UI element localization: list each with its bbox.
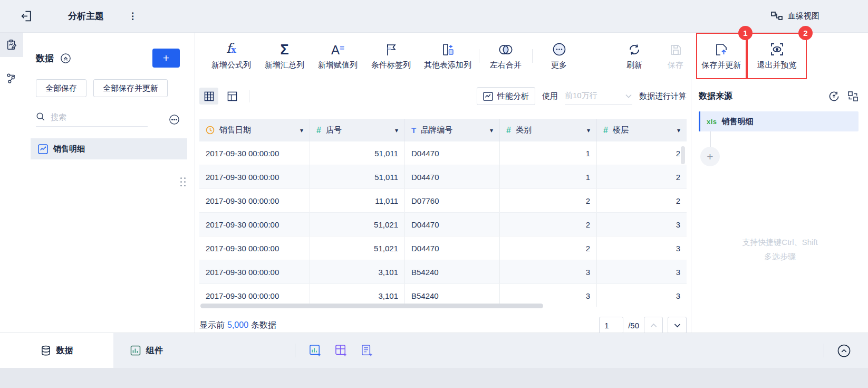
column-menu-icon[interactable]: ▾ (300, 127, 303, 134)
data-table: 销售日期 ▾ # 店号 ▾ T 品牌编号 ▾ # 类别 ▾ # 楼层 ▾ 201… (199, 119, 687, 307)
database-icon (41, 345, 51, 356)
add-data-button[interactable]: + (152, 49, 180, 68)
bottom-divider (295, 344, 295, 357)
add-column-from-table-button[interactable]: 其他表添加列 (418, 33, 478, 79)
search-input[interactable] (51, 112, 130, 121)
left-icon-rail (0, 33, 23, 333)
more-button[interactable]: 更多 (534, 33, 584, 79)
table-row[interactable]: 2017-09-30 00:00:0051,011 D044701 2 (199, 165, 687, 189)
dataset-item-sales-detail[interactable]: 销售明细 (31, 138, 187, 159)
text-t-icon: T (411, 126, 416, 135)
number-hash-icon: # (316, 126, 321, 135)
table-row[interactable]: 2017-09-30 00:00:0051,011 D044701 2 (199, 141, 687, 165)
column-menu-icon[interactable]: ▾ (490, 127, 493, 134)
data-panel-title: 数据 (36, 52, 54, 64)
add-summary-column-button[interactable]: Σ 新增汇总列 (258, 33, 311, 79)
add-step-button[interactable]: + (700, 147, 720, 166)
page-down-button[interactable] (668, 317, 687, 334)
table-row[interactable]: 2017-09-30 00:00:003,101 B542403 3 (199, 260, 687, 284)
save-all-update-button[interactable]: 全部保存并更新 (93, 79, 168, 97)
number-hash-icon: # (506, 126, 511, 135)
column-header-store-no[interactable]: # 店号 ▾ (310, 119, 405, 141)
dataset-item-label: 销售明细 (53, 144, 85, 154)
toolbar-divider (532, 49, 533, 63)
column-header-sale-date[interactable]: 销售日期 ▾ (199, 119, 310, 141)
top-bar: 分析主题 ⋮ 血缘视图 (0, 0, 868, 33)
search-more-icon[interactable] (169, 114, 180, 125)
table-row[interactable]: 2017-09-30 00:00:0051,021 D044702 3 (199, 236, 687, 260)
performance-label: 性能分析 (497, 91, 529, 101)
preview-icon (770, 42, 784, 56)
condition-tag-column-button[interactable]: 条件标签列 (364, 33, 418, 79)
column-menu-icon[interactable]: ▾ (677, 127, 680, 134)
horizontal-scrollbar-thumb[interactable] (200, 304, 543, 308)
exit-and-preview-button[interactable]: 2 退出并预览 (747, 33, 807, 79)
multi-select-hint: 支持快捷键Ctrl、Shift 多选步骤 (691, 235, 868, 263)
use-label: 使用 (542, 91, 558, 101)
venn-icon (498, 42, 514, 56)
exit-icon[interactable] (20, 10, 33, 23)
column-header-category[interactable]: # 类别 ▾ (500, 119, 597, 141)
column-menu-icon[interactable]: ▾ (395, 127, 398, 134)
component-chart-icon (130, 345, 141, 356)
add-dashboard-icon[interactable] (335, 344, 348, 357)
tab-component-label: 组件 (146, 345, 163, 356)
rail-flow-icon[interactable] (0, 67, 23, 91)
sigma-icon: Σ (280, 42, 288, 56)
tab-data-label: 数据 (56, 345, 73, 356)
rows-shown-suffix: 条数据 (251, 320, 276, 331)
data-panel: 数据 + 全部保存 全部保存并更新 销售明细 (23, 33, 195, 333)
add-formula-column-button[interactable]: fx 新增公式列 (205, 33, 258, 79)
step-badge-1: 1 (738, 26, 753, 40)
rail-analysis-icon[interactable] (0, 33, 23, 57)
save-all-button[interactable]: 全部保存 (36, 79, 86, 97)
add-report-icon[interactable] (361, 344, 374, 357)
layout-view-toggle[interactable] (223, 88, 242, 105)
grid-view-toggle[interactable] (199, 88, 218, 105)
reset-history-icon[interactable] (828, 91, 840, 102)
datasource-step-label: 销售明细 (722, 117, 754, 127)
column-header-floor[interactable]: # 楼层 ▾ (597, 119, 687, 141)
table-row[interactable]: 2017-09-30 00:00:0051,021 D044702 3 (199, 213, 687, 236)
save-and-update-button[interactable]: 1 保存并更新 (696, 33, 747, 79)
lineage-view-button[interactable]: 血缘视图 (770, 11, 819, 22)
table-footer: 显示前 5,000 条数据 /50 (199, 316, 687, 335)
page-number-input[interactable] (599, 317, 623, 334)
datasource-step-sales-detail[interactable]: xls 销售明细 (699, 111, 859, 131)
column-header-brand-code[interactable]: T 品牌编号 ▾ (405, 119, 500, 141)
date-clock-icon (206, 126, 215, 135)
refresh-button[interactable]: 刷新 (614, 33, 655, 79)
fx-icon: fx (226, 42, 236, 56)
rows-shown-count: 5,000 (227, 320, 248, 330)
performance-analysis-button[interactable]: 性能分析 (477, 87, 535, 105)
collapse-bottom-icon[interactable] (837, 344, 851, 358)
calc-label: 数据进行计算 (639, 91, 687, 101)
lineage-view-label: 血缘视图 (788, 11, 819, 21)
column-menu-icon[interactable]: ▾ (587, 127, 590, 134)
search-field[interactable] (36, 112, 148, 127)
toolbar-divider (479, 49, 479, 63)
bottom-divider (824, 344, 824, 357)
save-update-icon (715, 42, 728, 56)
save-button: 保存 (655, 33, 696, 79)
swap-branch-icon[interactable] (847, 91, 859, 102)
title-menu-icon[interactable]: ⋮ (128, 11, 137, 22)
tab-component[interactable]: 组件 (113, 333, 163, 368)
add-assign-column-button[interactable]: A= 新增赋值列 (311, 33, 364, 79)
search-icon (36, 112, 45, 121)
row-limit-dropdown[interactable]: 前10万行 (565, 88, 632, 105)
page-title: 分析主题 (68, 10, 104, 22)
panel-resize-handle[interactable] (180, 177, 188, 191)
join-merge-button[interactable]: 左右合并 (480, 33, 531, 79)
step-badge-2: 2 (798, 26, 813, 40)
tab-data[interactable]: 数据 (0, 333, 113, 368)
table-header-row: 销售日期 ▾ # 店号 ▾ T 品牌编号 ▾ # 类别 ▾ # 楼层 ▾ (199, 119, 687, 141)
more-icon (552, 42, 566, 56)
datasource-title: 数据来源 (699, 91, 732, 102)
table-row[interactable]: 2017-09-30 00:00:0011,011 D077602 2 (199, 189, 687, 213)
vertical-scrollbar-thumb[interactable] (681, 146, 685, 164)
add-chart-icon[interactable] (309, 344, 322, 357)
lineage-icon (770, 11, 783, 22)
collapse-panel-icon[interactable] (60, 53, 71, 64)
page-up-button[interactable] (644, 317, 663, 334)
